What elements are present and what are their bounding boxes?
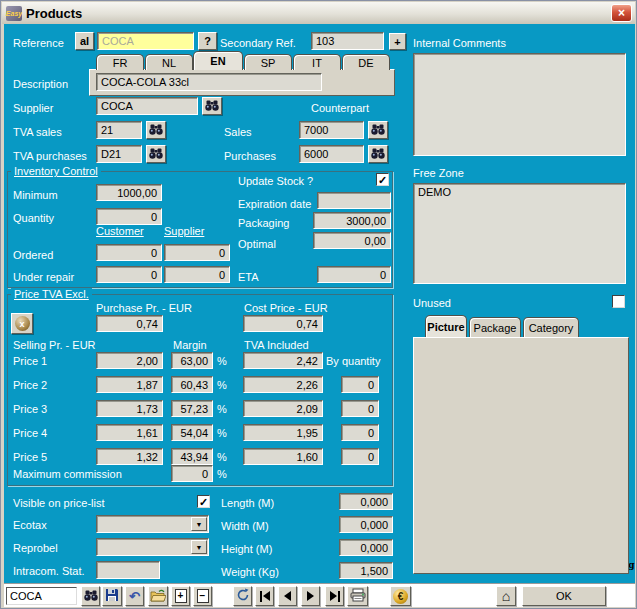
under-repair-customer-input[interactable]: 0 [96,266,162,283]
delete-record-button[interactable]: − [193,586,212,606]
price4-qty-input[interactable]: 0 [341,424,379,441]
description-input[interactable]: COCA-COLA 33cl [96,73,322,91]
tva-purchases-search-button[interactable] [146,145,166,163]
eta-input[interactable]: 0 [317,266,391,283]
height-input[interactable]: 0,000 [339,539,393,556]
under-repair-label: Under repair [13,271,74,284]
secondary-ref-input[interactable]: 103 [311,32,384,50]
currency-toggle-button[interactable]: x [11,313,33,334]
tab-sp[interactable]: SP [244,54,292,70]
price5-qty-input[interactable]: 0 [341,448,379,465]
internal-comments-textarea[interactable] [413,53,626,156]
new-record-button[interactable]: + [171,586,190,606]
update-stock-checkbox[interactable]: ✓ [376,173,389,186]
price1-margin-input[interactable]: 63,00 [171,352,213,369]
tab-it[interactable]: IT [293,54,341,70]
price2-input[interactable]: 1,87 [96,376,163,393]
tab-nl[interactable]: NL [145,54,193,70]
refresh-button[interactable] [233,586,252,606]
tab-fr[interactable]: FR [96,54,144,70]
purchase-price-input[interactable]: 0,74 [96,315,163,332]
purchases-input[interactable]: 6000 [299,145,364,163]
next-record-button[interactable] [301,586,320,606]
reprobel-select[interactable]: ▼ [96,538,209,556]
tab-package[interactable]: Package [469,317,521,337]
price3-tva-input[interactable]: 2,09 [243,400,323,417]
price1-input[interactable]: 2,00 [96,352,163,369]
products-window: Easy Products × Reference al COCA ? Seco… [0,0,637,609]
price3-input[interactable]: 1,73 [96,400,163,417]
tva-sales-input[interactable]: 21 [96,121,142,139]
unused-checkbox[interactable] [612,295,625,308]
dropdown-button[interactable]: ▼ [191,540,207,554]
sales-input[interactable]: 7000 [299,121,364,139]
price1-tva-input[interactable]: 2,42 [243,352,323,369]
length-input[interactable]: 0,000 [339,493,393,510]
price5-input[interactable]: 1,32 [96,448,163,465]
open-button[interactable] [148,586,168,606]
tva-sales-search-button[interactable] [146,121,166,139]
minimum-input[interactable]: 1000,00 [96,184,162,201]
save-button[interactable] [102,586,122,606]
expiration-input[interactable] [317,192,391,209]
close-button[interactable]: × [611,4,632,22]
cost-price-input[interactable]: 0,74 [243,315,323,332]
width-input[interactable]: 0,000 [339,516,393,533]
add-reference-button[interactable]: + [389,33,406,50]
last-record-button[interactable] [325,586,344,606]
price5-tva-input[interactable]: 1,60 [243,448,323,465]
tab-picture[interactable]: Picture [425,315,467,337]
supplier-search-button[interactable] [202,97,222,115]
price5-margin-input[interactable]: 43,94 [171,448,213,465]
intracom-input[interactable] [96,561,160,579]
tab-en[interactable]: EN [193,51,243,70]
search-button[interactable] [81,586,100,606]
new-page-icon: + [175,589,187,603]
alpha-sort-button[interactable]: al [75,32,94,50]
arrow-left-icon [284,591,291,601]
reference-help-button[interactable]: ? [198,32,217,50]
previous-record-button[interactable] [278,586,297,606]
price2-qty-input[interactable]: 0 [341,376,379,393]
visible-pricelist-checkbox[interactable]: ✓ [197,495,210,508]
dropdown-button[interactable]: ▼ [191,517,207,531]
coin-x-glyph: x [19,319,24,329]
home-button[interactable]: ⌂ [496,586,516,606]
price2-margin-input[interactable]: 60,43 [171,376,213,393]
price4-margin-input[interactable]: 54,04 [171,424,213,441]
ok-button[interactable]: OK [522,586,606,606]
percent-sign: % [217,379,227,392]
ordered-supplier-input[interactable]: 0 [164,244,230,261]
tab-category[interactable]: Category [523,317,579,337]
free-zone-textarea[interactable]: DEMO [413,183,626,284]
quantity-input[interactable]: 0 [96,208,162,225]
toolbar-search-input[interactable]: COCA [6,587,77,605]
sales-search-button[interactable] [368,121,388,139]
supplier-input[interactable]: COCA [96,97,198,115]
first-record-button[interactable] [255,586,274,606]
reference-input[interactable]: COCA [97,32,194,50]
optimal-input[interactable]: 0,00 [313,232,391,249]
tab-de[interactable]: DE [342,54,390,70]
undo-button[interactable]: ↶ [125,586,144,606]
under-repair-supplier-input[interactable]: 0 [164,266,230,283]
purchases-search-button[interactable] [368,145,388,163]
price4-input[interactable]: 1,61 [96,424,163,441]
currency-button[interactable]: € [390,586,411,606]
ordered-customer-input[interactable]: 0 [96,244,162,261]
arrow-left-icon [263,591,270,601]
tva-purchases-input[interactable]: D21 [96,145,142,163]
weight-label: Weight (Kg) [221,566,279,579]
print-button[interactable] [347,586,368,606]
packaging-input[interactable]: 3000,00 [313,212,391,229]
weight-input[interactable]: 1,500 [339,562,393,579]
price2-tva-input[interactable]: 2,26 [243,376,323,393]
price4-tva-input[interactable]: 1,95 [243,424,323,441]
price3-margin-input[interactable]: 57,23 [171,400,213,417]
title-bar[interactable]: Easy Products × [2,2,635,24]
ecotax-select[interactable]: ▼ [96,515,209,533]
visible-pricelist-label: Visible on price-list [13,497,105,510]
percent-sign: % [217,403,227,416]
max-commission-input[interactable]: 0 [171,465,213,482]
price3-qty-input[interactable]: 0 [341,400,379,417]
